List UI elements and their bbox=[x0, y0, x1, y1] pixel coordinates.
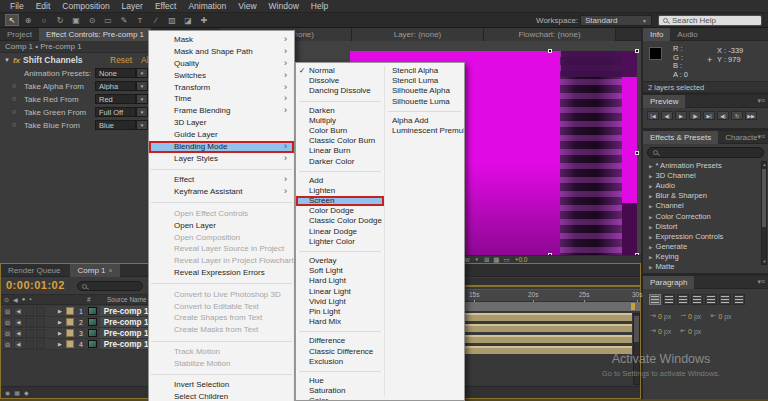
menu-bar-item[interactable]: View bbox=[232, 0, 262, 13]
context-menu-item[interactable]: Blending Mode bbox=[149, 141, 294, 153]
clone-stamp-tool[interactable]: ▨ bbox=[165, 14, 179, 26]
first-frame-button[interactable]: |◀ bbox=[647, 111, 659, 120]
graph-editor-icon[interactable]: ▦ bbox=[14, 389, 20, 396]
twirl-right-icon[interactable] bbox=[649, 212, 652, 221]
context-menu-item[interactable]: Invert Selection bbox=[149, 379, 294, 391]
solo-cell[interactable] bbox=[25, 318, 34, 327]
align-left-button[interactable] bbox=[649, 294, 661, 305]
blend-mode-item[interactable]: Hard Light bbox=[296, 276, 384, 286]
pan-behind-tool[interactable]: ⊙ bbox=[85, 14, 99, 26]
context-menu-item[interactable]: Quality bbox=[149, 58, 294, 70]
effects-category-row[interactable]: Matte bbox=[643, 262, 768, 272]
twirl-right-icon[interactable]: ▶ bbox=[58, 308, 62, 314]
time-ruler[interactable]: 15s20s25s30s bbox=[456, 289, 640, 301]
effects-category-row[interactable]: Distort bbox=[643, 221, 768, 231]
effects-category-row[interactable]: Channel bbox=[643, 201, 768, 211]
lock-cell[interactable] bbox=[36, 340, 45, 349]
hand-tool[interactable]: ⊕ bbox=[21, 14, 35, 26]
tab-paragraph[interactable]: Paragraph bbox=[643, 276, 694, 289]
justify-last-right-button[interactable] bbox=[719, 294, 731, 305]
justify-last-left-button[interactable] bbox=[691, 294, 703, 305]
blend-mode-item[interactable]: Difference bbox=[296, 336, 384, 346]
info-tab[interactable]: Audio bbox=[670, 28, 704, 41]
property-dropdown[interactable]: Full Off bbox=[95, 107, 136, 117]
blend-mode-item[interactable]: Lighten bbox=[296, 186, 384, 196]
property-dropdown[interactable]: Red bbox=[95, 94, 136, 104]
twirl-right-icon[interactable] bbox=[649, 262, 652, 271]
pen-tool[interactable]: ✎ bbox=[117, 14, 131, 26]
blend-mode-item[interactable]: Linear Light bbox=[296, 287, 384, 297]
current-time-display[interactable]: 0:00:01:02 bbox=[6, 279, 65, 291]
context-menu-item[interactable]: Switches bbox=[149, 70, 294, 82]
blend-mode-item[interactable]: Silhouette Luma bbox=[385, 97, 464, 107]
chevron-down-icon[interactable] bbox=[136, 120, 148, 130]
brush-tool[interactable]: ∕ bbox=[149, 14, 163, 26]
blend-mode-item[interactable]: Silhouette Alpha bbox=[385, 86, 464, 96]
context-menu-item[interactable]: Reveal Expression Errors bbox=[149, 267, 294, 279]
indent-field[interactable]: ⇥ 0 px bbox=[650, 327, 671, 335]
blend-mode-item[interactable]: Dancing Dissolve bbox=[296, 86, 384, 96]
transform-handle[interactable] bbox=[548, 49, 552, 53]
eye-icon[interactable] bbox=[3, 340, 12, 349]
blend-mode-item[interactable]: Classic Color Dodge bbox=[296, 216, 384, 226]
help-search-input[interactable]: Search Help bbox=[658, 15, 762, 26]
effects-category-row[interactable]: * Animation Presets bbox=[643, 160, 768, 170]
blend-mode-item[interactable]: Stencil Luma bbox=[385, 76, 464, 86]
solo-cell[interactable] bbox=[25, 329, 34, 338]
twirl-right-icon[interactable] bbox=[649, 161, 652, 170]
vertical-scrollbar[interactable] bbox=[633, 313, 640, 385]
work-area-bar[interactable] bbox=[456, 302, 640, 311]
loop-button[interactable]: ↻ bbox=[731, 111, 743, 120]
audio-toggle-button[interactable]: ◀) bbox=[717, 111, 729, 120]
eye-icon[interactable] bbox=[3, 329, 12, 338]
chevron-down-icon[interactable] bbox=[136, 81, 148, 91]
blend-mode-item[interactable]: Screen bbox=[296, 196, 384, 206]
blend-mode-item[interactable]: Color bbox=[296, 396, 384, 401]
eye-icon[interactable] bbox=[3, 318, 12, 327]
property-dropdown[interactable]: None bbox=[95, 68, 136, 78]
ram-preview-button[interactable]: ▶▶ bbox=[745, 111, 757, 120]
exposure-value[interactable]: +0.0 bbox=[515, 256, 528, 263]
puppet-pin-tool[interactable]: ✚ bbox=[197, 14, 211, 26]
effects-category-row[interactable]: 3D Channel bbox=[643, 170, 768, 180]
blend-mode-item[interactable]: Soft Light bbox=[296, 266, 384, 276]
twirl-right-icon[interactable] bbox=[649, 181, 652, 190]
layer-name[interactable]: Pre-comp 1 bbox=[100, 317, 153, 327]
blend-mode-item[interactable]: Color Burn bbox=[296, 126, 384, 136]
property-dropdown[interactable]: Blue bbox=[95, 120, 136, 130]
menu-bar-item[interactable]: Composition bbox=[56, 0, 115, 13]
workspace-select[interactable]: Standard ▼ bbox=[580, 15, 652, 26]
effects-category-row[interactable]: Keying bbox=[643, 252, 768, 262]
tab-effect-controls[interactable]: Effect Controls: Pre-comp 1 bbox=[39, 28, 151, 41]
menu-bar-item[interactable]: Layer bbox=[116, 0, 149, 13]
blend-mode-item[interactable]: Hue bbox=[296, 376, 384, 386]
menu-bar-item[interactable]: Animation bbox=[182, 0, 232, 13]
twirl-down-icon[interactable]: ▼ bbox=[4, 57, 10, 63]
tab-effects-presets[interactable]: Effects & Presets bbox=[643, 131, 718, 144]
solo-cell[interactable] bbox=[25, 340, 34, 349]
prev-frame-button[interactable]: ◀| bbox=[661, 111, 673, 120]
rotation-tool[interactable]: ↻ bbox=[53, 14, 67, 26]
menu-bar-item[interactable]: Window bbox=[263, 0, 305, 13]
layer-name[interactable]: Pre-comp 1 bbox=[100, 328, 153, 338]
effects-category-row[interactable]: Generate bbox=[643, 242, 768, 252]
blend-mode-item[interactable]: Vivid Light bbox=[296, 297, 384, 307]
blend-mode-item[interactable]: Lighter Color bbox=[296, 237, 384, 247]
selection-tool[interactable]: ↖ bbox=[5, 14, 19, 26]
zoom-tool[interactable]: ○ bbox=[37, 14, 51, 26]
info-tab[interactable]: Info bbox=[643, 28, 670, 41]
twirl-right-icon[interactable] bbox=[649, 232, 652, 241]
transform-handle[interactable] bbox=[635, 49, 639, 53]
panel-menu-icon[interactable]: ▾≡ bbox=[757, 97, 765, 105]
blend-mode-item[interactable]: Luminescent Premul bbox=[385, 126, 464, 136]
label-color-swatch[interactable] bbox=[66, 340, 74, 348]
panel-menu-icon[interactable]: ▾≡ bbox=[757, 278, 765, 286]
shape-tool[interactable]: ▭ bbox=[101, 14, 115, 26]
audio-icon[interactable] bbox=[14, 318, 23, 327]
effects-category-row[interactable]: Audio bbox=[643, 180, 768, 190]
property-dropdown[interactable]: Alpha bbox=[95, 81, 136, 91]
solo-cell[interactable] bbox=[25, 307, 34, 316]
reset-link[interactable]: Reset bbox=[110, 55, 132, 65]
viewer-tab[interactable]: Layer: (none) bbox=[352, 28, 484, 41]
blend-mode-item[interactable]: Pin Light bbox=[296, 307, 384, 317]
